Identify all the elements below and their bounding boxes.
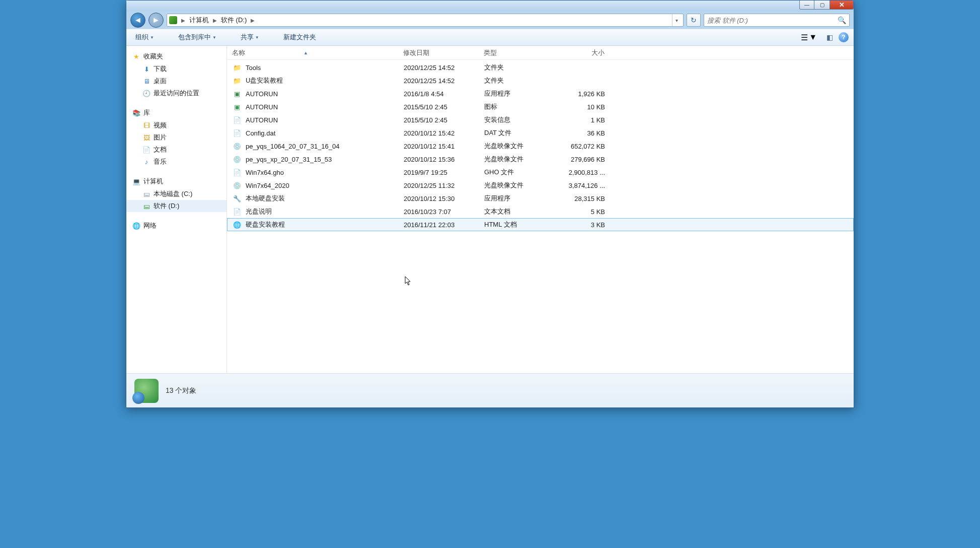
- address-bar[interactable]: ▶ 计算机 ▶ 软件 (D:) ▶ ▾: [167, 14, 684, 27]
- file-type: DAT 文件: [484, 128, 560, 138]
- file-name: U盘安装教程: [246, 76, 283, 85]
- desktop-icon: 🖥: [142, 77, 150, 85]
- file-date: 2016/10/23 7:07: [404, 208, 484, 216]
- file-row[interactable]: 📄Config.dat2020/10/12 15:42DAT 文件36 KB: [227, 126, 854, 140]
- organize-button[interactable]: 组织▼: [131, 31, 158, 44]
- sidebar-item-pictures[interactable]: 🖼图片: [126, 131, 227, 144]
- file-row[interactable]: 💿Win7x64_20202020/12/25 11:32光盘映像文件3,874…: [227, 179, 854, 192]
- network-group: 🌐 网络: [126, 219, 227, 232]
- column-size[interactable]: 大小: [559, 48, 615, 57]
- window-controls: — ▢ ✕: [799, 1, 854, 10]
- refresh-button[interactable]: ↻: [687, 14, 701, 27]
- explorer-window: — ▢ ✕ ◄ ► ▶ 计算机 ▶ 软件 (D:) ▶ ▾ ↻ 🔍 组织▼ 包含…: [126, 0, 854, 408]
- file-row[interactable]: 📄Win7x64.gho2019/9/7 19:25GHO 文件2,900,81…: [227, 166, 854, 179]
- network-header[interactable]: 🌐 网络: [126, 219, 227, 232]
- file-row[interactable]: ▣AUTORUN2015/5/10 2:45图标10 KB: [227, 100, 854, 113]
- sidebar-item-documents[interactable]: 📄文档: [126, 144, 227, 156]
- sidebar-item-downloads[interactable]: ⬇下载: [126, 63, 227, 75]
- sidebar-item-music[interactable]: ♪音乐: [126, 156, 227, 168]
- minimize-button[interactable]: —: [799, 1, 814, 10]
- close-button[interactable]: ✕: [830, 1, 854, 10]
- favorites-header[interactable]: ★ 收藏夹: [126, 50, 227, 63]
- file-type-icon: 📁: [233, 76, 242, 85]
- sidebar-item-label: 下载: [154, 64, 167, 74]
- file-rows: 📁Tools2020/12/25 14:52文件夹📁U盘安装教程2020/12/…: [227, 60, 854, 373]
- column-type[interactable]: 类型: [484, 48, 559, 57]
- file-type-icon: 💿: [233, 142, 242, 151]
- sidebar-item-label: 软件 (D:): [154, 201, 179, 211]
- computer-group: 💻 计算机 🖴本地磁盘 (C:) 🖴软件 (D:): [126, 175, 227, 212]
- file-type: 文件夹: [484, 76, 560, 85]
- file-size: 36 KB: [560, 129, 615, 137]
- file-date: 2020/12/25 14:52: [404, 77, 484, 85]
- libraries-label: 库: [143, 108, 150, 117]
- maximize-button[interactable]: ▢: [814, 1, 830, 10]
- share-label: 共享: [241, 33, 254, 42]
- sidebar-item-label: 视频: [154, 121, 167, 130]
- column-date[interactable]: 修改日期: [403, 48, 484, 57]
- address-dropdown[interactable]: ▾: [672, 14, 681, 26]
- file-name: 光盘说明: [246, 207, 272, 216]
- file-size: 279,696 KB: [560, 156, 615, 163]
- search-bar[interactable]: 🔍: [704, 14, 850, 27]
- file-name: AUTORUN: [246, 116, 278, 124]
- file-size: 3,874,126 ...: [560, 182, 615, 189]
- breadcrumb-separator-icon[interactable]: ▶: [211, 18, 219, 23]
- new-folder-label: 新建文件夹: [283, 33, 316, 42]
- file-date: 2016/1/8 4:54: [404, 90, 484, 98]
- file-size: 28,315 KB: [560, 195, 615, 202]
- file-date: 2020/10/12 15:36: [404, 156, 484, 163]
- recent-icon: 🕘: [142, 89, 150, 97]
- file-row[interactable]: 🌐硬盘安装教程2016/11/21 22:03HTML 文档3 KB: [227, 218, 854, 231]
- file-row[interactable]: 📄AUTORUN2015/5/10 2:45安装信息1 KB: [227, 113, 854, 126]
- organize-label: 组织: [135, 33, 148, 42]
- file-type: 光盘映像文件: [484, 181, 560, 190]
- sidebar-item-recent[interactable]: 🕘最近访问的位置: [126, 87, 227, 99]
- file-row[interactable]: 💿pe_yqs_xp_20_07_31_15_532020/10/12 15:3…: [227, 153, 854, 166]
- forward-button[interactable]: ►: [148, 13, 164, 28]
- file-type: 图标: [484, 102, 560, 111]
- sort-asc-icon: ▲: [304, 50, 308, 55]
- computer-header[interactable]: 💻 计算机: [126, 175, 227, 188]
- sidebar-item-desktop[interactable]: 🖥桌面: [126, 75, 227, 87]
- file-row[interactable]: 🔧本地硬盘安装2020/10/12 15:30应用程序28,315 KB: [227, 192, 854, 205]
- file-size: 1 KB: [560, 116, 615, 124]
- help-button[interactable]: ?: [839, 32, 849, 42]
- columns-header: 名称▲ 修改日期 类型 大小: [227, 46, 854, 60]
- breadcrumb-computer[interactable]: 计算机: [187, 16, 211, 25]
- file-name: pe_yqs_1064_20_07_31_16_04: [246, 143, 340, 150]
- libraries-header[interactable]: 📚 库: [126, 106, 227, 119]
- sidebar-item-label: 文档: [154, 145, 167, 154]
- back-button[interactable]: ◄: [130, 13, 145, 28]
- search-input[interactable]: [707, 17, 838, 24]
- sidebar-item-local-disk-c[interactable]: 🖴本地磁盘 (C:): [126, 188, 227, 200]
- breadcrumb-separator-icon[interactable]: ▶: [179, 18, 187, 23]
- file-row[interactable]: 💿pe_yqs_1064_20_07_31_16_042020/10/12 15…: [227, 140, 854, 153]
- sidebar-item-software-d[interactable]: 🖴软件 (D:): [126, 200, 227, 212]
- computer-icon: 💻: [132, 177, 140, 185]
- file-row[interactable]: 📄光盘说明2016/10/23 7:07文本文档5 KB: [227, 205, 854, 218]
- file-type-icon: 🔧: [233, 194, 242, 203]
- file-size: 10 KB: [560, 103, 615, 111]
- navigation-pane: ★ 收藏夹 ⬇下载 🖥桌面 🕘最近访问的位置 📚 库 🎞视频 🖼图片 📄文档 ♪…: [126, 46, 227, 373]
- file-row[interactable]: ▣AUTORUN2016/1/8 4:54应用程序1,926 KB: [227, 87, 854, 100]
- search-icon[interactable]: 🔍: [838, 16, 846, 24]
- include-in-library-button[interactable]: 包含到库中▼: [174, 31, 220, 44]
- breadcrumb-separator-icon[interactable]: ▶: [249, 18, 257, 23]
- file-row[interactable]: 📁Tools2020/12/25 14:52文件夹: [227, 61, 854, 74]
- breadcrumb-drive[interactable]: 软件 (D:): [219, 16, 249, 25]
- share-button[interactable]: 共享▼: [237, 31, 263, 44]
- sidebar-item-videos[interactable]: 🎞视频: [126, 119, 227, 131]
- file-row[interactable]: 📁U盘安装教程2020/12/25 14:52文件夹: [227, 74, 854, 87]
- sidebar-item-label: 桌面: [154, 77, 167, 86]
- titlebar: — ▢ ✕: [126, 1, 854, 12]
- file-name: Tools: [246, 64, 261, 72]
- view-mode-button[interactable]: ☰ ▼: [797, 31, 820, 44]
- preview-pane-button[interactable]: ◧: [822, 31, 837, 43]
- file-list-pane: 名称▲ 修改日期 类型 大小 📁Tools2020/12/25 14:52文件夹…: [227, 46, 854, 373]
- new-folder-button[interactable]: 新建文件夹: [279, 31, 320, 44]
- column-name[interactable]: 名称▲: [232, 48, 403, 57]
- file-date: 2020/12/25 11:32: [404, 182, 484, 189]
- file-type-icon: ▣: [233, 89, 242, 98]
- file-type: 光盘映像文件: [484, 155, 560, 164]
